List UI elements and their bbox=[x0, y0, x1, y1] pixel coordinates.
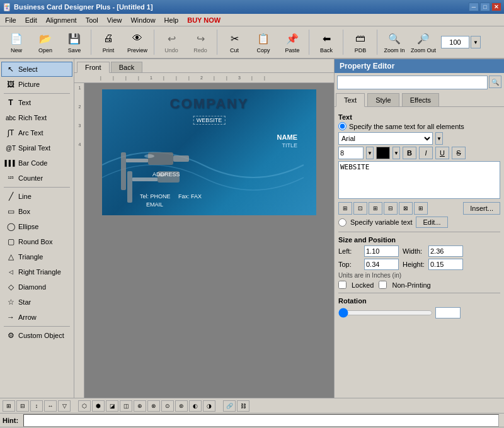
tool-counter[interactable]: ¹²³ Counter bbox=[1, 171, 72, 186]
top-input[interactable] bbox=[364, 259, 399, 270]
tool-box[interactable]: ▭ Box bbox=[1, 204, 72, 219]
tool-arrow[interactable]: → Arrow bbox=[1, 310, 72, 325]
bottom-btn-6[interactable]: ⬡ bbox=[78, 400, 91, 412]
redo-button[interactable]: ↪ Redo bbox=[186, 28, 214, 56]
canvas-scroll[interactable]: COMPANY WEBSITE bbox=[84, 83, 334, 398]
tool-triangle[interactable]: △ Triangle bbox=[1, 249, 72, 264]
font-color-dropdown[interactable]: ▼ bbox=[392, 147, 400, 159]
italic-button[interactable]: I bbox=[419, 147, 433, 159]
zoom-in-button[interactable]: 🔍 Zoom In bbox=[381, 28, 408, 56]
align-top-btn[interactable]: ⊟ bbox=[384, 202, 398, 215]
align-center-btn[interactable]: ⊡ bbox=[353, 202, 367, 215]
bottom-btn-15[interactable]: ◑ bbox=[203, 400, 215, 412]
width-input[interactable] bbox=[428, 245, 463, 257]
tool-star[interactable]: ☆ Star bbox=[1, 295, 72, 310]
tool-text[interactable]: T Text bbox=[1, 95, 72, 110]
text-content-area[interactable]: WEBSITE bbox=[338, 161, 500, 199]
bottom-btn-10[interactable]: ⊕ bbox=[134, 400, 146, 412]
tool-line[interactable]: ╱ Line bbox=[1, 189, 72, 204]
property-search-input[interactable] bbox=[337, 76, 488, 89]
align-left-btn[interactable]: ⊞ bbox=[338, 202, 352, 215]
menu-view[interactable]: View bbox=[103, 15, 126, 25]
tool-spiral-text[interactable]: @T Spiral Text bbox=[1, 140, 72, 155]
font-size-input[interactable] bbox=[338, 147, 364, 159]
bottom-btn-12[interactable]: ⊙ bbox=[161, 400, 174, 412]
tool-rich-text[interactable]: abc Rich Text bbox=[1, 110, 72, 125]
cut-button[interactable]: ✂ Cut bbox=[220, 28, 248, 56]
rotation-slider[interactable] bbox=[338, 308, 433, 318]
zoom-out-button[interactable]: 🔎 Zoom Out bbox=[410, 28, 437, 56]
menu-file[interactable]: File bbox=[1, 15, 20, 25]
preview-button[interactable]: 👁 Preview bbox=[123, 28, 151, 56]
align-bottom-btn[interactable]: ⊞ bbox=[414, 202, 428, 215]
bottom-btn-7[interactable]: ⬢ bbox=[92, 400, 105, 412]
height-input[interactable] bbox=[428, 259, 463, 270]
tool-right-triangle[interactable]: ◁ Right Triangle bbox=[1, 264, 72, 279]
bottom-btn-8[interactable]: ◪ bbox=[106, 400, 118, 412]
font-name-dropdown[interactable]: ▼ bbox=[435, 132, 443, 145]
menu-tool[interactable]: Tool bbox=[82, 15, 102, 25]
strikethrough-button[interactable]: S bbox=[452, 147, 466, 159]
non-printing-checkbox[interactable] bbox=[379, 281, 387, 289]
bottom-btn-2[interactable]: ⊟ bbox=[16, 400, 29, 412]
bold-button[interactable]: B bbox=[403, 147, 416, 159]
tab-front[interactable]: Front bbox=[77, 62, 110, 73]
bottom-btn-9[interactable]: ◫ bbox=[120, 400, 132, 412]
tool-round-box[interactable]: ▢ Round Box bbox=[1, 234, 72, 249]
prop-tab-effects[interactable]: Effects bbox=[402, 93, 439, 106]
save-button[interactable]: 💾 Save bbox=[60, 28, 88, 56]
prop-tab-style[interactable]: Style bbox=[367, 93, 399, 106]
tool-picture[interactable]: 🖼 Picture bbox=[1, 77, 72, 92]
underline-button[interactable]: U bbox=[435, 147, 449, 159]
menu-alignment[interactable]: Alignment bbox=[42, 15, 81, 25]
paste-button[interactable]: 📌 Paste bbox=[278, 28, 306, 56]
bottom-btn-4[interactable]: ↔ bbox=[44, 400, 57, 412]
back-button[interactable]: ⬅ Back bbox=[312, 28, 340, 56]
tool-select[interactable]: ↖ Select bbox=[1, 62, 72, 77]
menu-help[interactable]: Help bbox=[161, 15, 183, 25]
radio-same-text[interactable] bbox=[338, 122, 346, 130]
align-right-btn[interactable]: ⊞ bbox=[369, 202, 382, 215]
bottom-btn-14[interactable]: ◐ bbox=[189, 400, 202, 412]
menu-edit[interactable]: Edit bbox=[21, 15, 41, 25]
font-color-btn[interactable] bbox=[376, 147, 390, 159]
new-button[interactable]: 📄 New bbox=[3, 28, 30, 56]
insert-button[interactable]: Insert... bbox=[463, 202, 500, 215]
tool-bar-code[interactable]: ▌▌▌ Bar Code bbox=[1, 155, 72, 171]
copy-button[interactable]: 📋 Copy bbox=[249, 28, 277, 56]
minimize-button[interactable]: ─ bbox=[469, 3, 479, 11]
locked-checkbox[interactable] bbox=[338, 281, 346, 289]
bottom-btn-16[interactable]: 🔗 bbox=[223, 400, 236, 412]
edit-button[interactable]: Edit... bbox=[416, 217, 447, 228]
print-button[interactable]: 🖨 Print bbox=[94, 28, 122, 56]
left-input[interactable] bbox=[364, 245, 399, 257]
font-name-select[interactable]: Arial bbox=[338, 132, 433, 145]
pdb-button[interactable]: 🗃 PDB bbox=[346, 28, 374, 56]
zoom-dropdown[interactable]: ▼ bbox=[471, 36, 481, 48]
card-website[interactable]: WEBSITE bbox=[193, 116, 226, 125]
tab-back[interactable]: Back bbox=[111, 62, 142, 72]
bottom-btn-1[interactable]: ⊞ bbox=[3, 400, 15, 412]
tool-diamond[interactable]: ◇ Diamond bbox=[1, 279, 72, 295]
maximize-button[interactable]: □ bbox=[480, 3, 490, 11]
open-button[interactable]: 📂 Open bbox=[32, 28, 59, 56]
radio-variable-text[interactable] bbox=[338, 218, 346, 227]
bottom-btn-17[interactable]: ⛓ bbox=[237, 400, 249, 412]
align-middle-btn[interactable]: ⊠ bbox=[399, 202, 413, 215]
business-card[interactable]: COMPANY WEBSITE bbox=[102, 89, 316, 215]
tool-arc-text[interactable]: ∫T Arc Text bbox=[1, 125, 72, 140]
rotation-value-input[interactable] bbox=[435, 307, 461, 318]
zoom-input[interactable] bbox=[441, 36, 469, 48]
tool-custom-object[interactable]: ⚙ Custom Object bbox=[1, 328, 72, 343]
property-search-button[interactable]: 🔍 bbox=[489, 76, 501, 88]
prop-tab-text[interactable]: Text bbox=[336, 93, 365, 107]
menu-window[interactable]: Window bbox=[127, 15, 159, 25]
bottom-btn-3[interactable]: ↕ bbox=[30, 400, 43, 412]
bottom-btn-11[interactable]: ⊗ bbox=[147, 400, 160, 412]
menu-buynow[interactable]: BUY NOW bbox=[183, 15, 224, 25]
bottom-btn-5[interactable]: ▽ bbox=[58, 400, 71, 412]
tool-ellipse[interactable]: ◯ Ellipse bbox=[1, 219, 72, 234]
bottom-btn-13[interactable]: ⊛ bbox=[175, 400, 188, 412]
font-size-dropdown[interactable]: ▼ bbox=[366, 147, 374, 159]
close-button[interactable]: ✕ bbox=[491, 3, 501, 11]
